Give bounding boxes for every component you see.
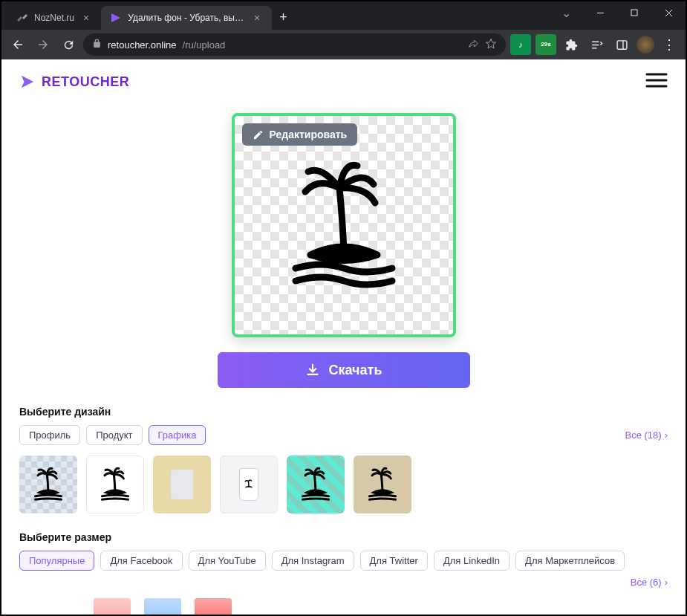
design-section: Выберите дизайн Профиль Продукт Графика …: [19, 406, 668, 513]
pill-profile[interactable]: Профиль: [19, 425, 80, 445]
site-logo[interactable]: RETOUCHER: [19, 74, 129, 90]
chevron-right-icon: ›: [665, 577, 668, 588]
lock-icon: [92, 39, 102, 51]
pill-popular[interactable]: Популярные: [19, 551, 94, 571]
extensions-button[interactable]: [561, 34, 582, 55]
design-thumb-notepad[interactable]: [153, 455, 211, 513]
size-section: Выберите размер Популярные Для Facebook …: [19, 531, 668, 615]
download-button[interactable]: Скачать: [218, 352, 470, 388]
tab-close-icon[interactable]: ×: [80, 12, 92, 24]
side-panel-icon[interactable]: [611, 34, 632, 55]
forward-button[interactable]: [33, 34, 53, 55]
pencil-icon: [253, 129, 264, 140]
extension-timer-icon[interactable]: 29s: [535, 34, 556, 55]
preview-area: Редактировать Скачать: [19, 113, 668, 388]
favicon-icon: [16, 12, 28, 24]
all-label: Все (6): [631, 577, 662, 588]
bookmark-icon[interactable]: [485, 38, 497, 52]
all-label: Все (18): [625, 429, 662, 441]
site-header: RETOUCHER: [19, 71, 668, 92]
design-thumb-tan[interactable]: [354, 455, 411, 513]
share-icon[interactable]: [468, 38, 479, 51]
svg-rect-0: [631, 10, 637, 16]
pill-youtube[interactable]: Для YouTube: [189, 551, 266, 571]
address-bar[interactable]: retoucher.online/ru/upload: [83, 33, 506, 56]
url-domain: retoucher.online: [108, 39, 177, 51]
browser-toolbar: retoucher.online/ru/upload ♪ 29s ⋮: [1, 30, 686, 59]
design-thumbnails: [19, 455, 668, 513]
browser-tab-inactive[interactable]: NozNet.ru ×: [7, 6, 101, 30]
extension-music-icon[interactable]: ♪: [510, 34, 531, 55]
logo-text: RETOUCHER: [42, 74, 129, 90]
page-content: RETOUCHER Редактировать: [1, 59, 686, 615]
chevron-down-icon[interactable]: ⌄: [549, 1, 583, 24]
reload-button[interactable]: [58, 34, 79, 55]
download-icon: [305, 363, 320, 377]
size-title: Выберите размер: [19, 531, 668, 543]
design-thumb-cup[interactable]: [220, 455, 278, 513]
pill-linkedin[interactable]: Для LinkedIn: [434, 551, 509, 571]
size-thumb[interactable]: [94, 598, 131, 615]
pill-facebook[interactable]: Для Facebook: [100, 551, 182, 571]
tab-title: NozNet.ru: [34, 13, 74, 23]
browser-tab-active[interactable]: Удалить фон - Убрать, вырезать ×: [101, 6, 272, 30]
minimize-button[interactable]: [583, 1, 617, 24]
url-path: /ru/upload: [183, 39, 226, 51]
close-button[interactable]: [651, 1, 686, 24]
size-all-link[interactable]: Все (6) ›: [631, 577, 668, 588]
favicon-icon: [110, 12, 122, 24]
chevron-right-icon: ›: [665, 429, 668, 441]
pill-marketplace[interactable]: Для Маркетплейсов: [515, 551, 625, 571]
size-pills: Популярные Для Facebook Для YouTube Для …: [19, 551, 668, 588]
size-thumb[interactable]: [144, 598, 181, 615]
tab-title: Удалить фон - Убрать, вырезать: [128, 13, 245, 23]
edit-button[interactable]: Редактировать: [242, 123, 358, 146]
download-label: Скачать: [329, 363, 382, 378]
profile-avatar[interactable]: [636, 36, 654, 54]
pill-product[interactable]: Продукт: [86, 425, 142, 445]
svg-rect-1: [617, 40, 627, 48]
pill-graphics[interactable]: Графика: [149, 425, 206, 445]
window-titlebar: NozNet.ru × Удалить фон - Убрать, выреза…: [1, 1, 686, 30]
design-thumb-pattern[interactable]: [287, 455, 345, 513]
pill-instagram[interactable]: Для Instagram: [272, 551, 354, 571]
design-thumb-white[interactable]: [86, 455, 144, 513]
design-title: Выберите дизайн: [19, 406, 668, 418]
edit-label: Редактировать: [270, 129, 348, 140]
design-pills: Профиль Продукт Графика Все (18) ›: [19, 425, 668, 445]
reading-list-icon[interactable]: [586, 34, 607, 55]
new-tab-button[interactable]: +: [272, 5, 295, 30]
maximize-button[interactable]: [617, 1, 651, 24]
preview-image-icon: [270, 151, 418, 299]
tab-close-icon[interactable]: ×: [251, 12, 263, 24]
size-thumb[interactable]: [195, 598, 232, 615]
window-controls: ⌄: [549, 1, 686, 24]
pill-twitter[interactable]: Для Twitter: [360, 551, 428, 571]
image-preview: Редактировать: [232, 113, 456, 337]
back-button[interactable]: [7, 34, 28, 55]
design-all-link[interactable]: Все (18) ›: [625, 429, 668, 441]
browser-menu-button[interactable]: ⋮: [659, 34, 680, 55]
size-thumbnails: [19, 598, 668, 615]
menu-button[interactable]: [645, 71, 668, 92]
design-thumb-transparent[interactable]: [19, 455, 77, 513]
